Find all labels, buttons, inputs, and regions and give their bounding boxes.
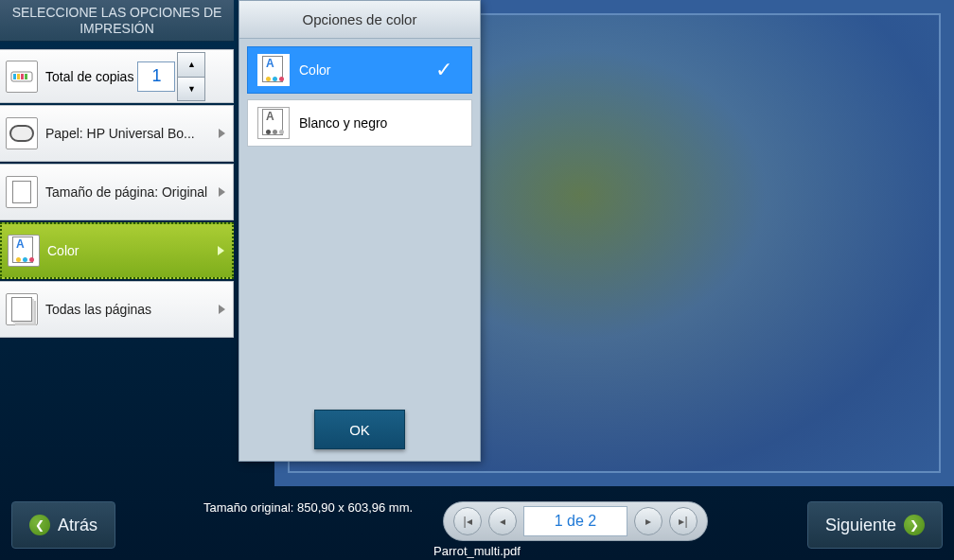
copies-input[interactable]: [137, 61, 175, 92]
sidebar-title: SELECCIONE LAS OPCIONES DE IMPRESIÓN: [0, 0, 234, 42]
page-navigator: |◂ ◂ 1 de 2 ▸ ▸|: [443, 501, 708, 541]
copies-stepper: ▲ ▼: [177, 52, 205, 101]
chevron-right-icon: [218, 246, 224, 255]
option-paper-label: Papel: HP Universal Bo...: [45, 126, 233, 142]
page-next-button[interactable]: ▸: [634, 507, 662, 535]
color-choice-bw-label: Blanco y negro: [299, 115, 387, 131]
svg-rect-4: [25, 74, 27, 79]
print-options-sidebar: SELECCIONE LAS OPCIONES DE IMPRESIÓN Tot…: [0, 0, 234, 560]
arrow-left-icon: ❮: [29, 515, 50, 535]
footer: ❮ Atrás Tamaño original: 850,90 x 603,96…: [0, 486, 954, 560]
page-last-button[interactable]: ▸|: [669, 507, 698, 535]
filename-label: Parrot_multi.pdf: [433, 544, 521, 558]
copies-icon: [6, 61, 38, 93]
page-indicator: 1 de 2: [523, 506, 627, 536]
page-first-button[interactable]: |◂: [453, 507, 482, 535]
color-options-panel: Opciones de color A Color ✓ A Blanco y n…: [238, 0, 481, 462]
color-panel-body: A Color ✓ A Blanco y negro: [239, 39, 480, 398]
svg-rect-1: [13, 74, 16, 79]
paper-roll-icon: [6, 117, 38, 149]
option-pages-label: Todas las páginas: [45, 302, 233, 318]
copies-step-down[interactable]: ▼: [177, 77, 205, 101]
option-page-size[interactable]: Tamaño de página: Original: [0, 164, 234, 220]
option-paper[interactable]: Papel: HP Universal Bo...: [0, 105, 234, 162]
svg-rect-3: [21, 74, 24, 79]
option-color-label: Color: [47, 243, 232, 259]
check-icon: ✓: [435, 58, 452, 82]
chevron-right-icon: [219, 187, 225, 197]
back-button-label: Atrás: [58, 516, 97, 535]
color-icon: A: [8, 235, 40, 267]
color-doc-icon: A: [257, 54, 290, 86]
copies-label: Total de copias: [45, 69, 133, 84]
next-button-label: Siguiente: [825, 516, 896, 535]
color-choice-color-label: Color: [299, 62, 330, 78]
option-color[interactable]: A Color: [0, 222, 234, 279]
back-button[interactable]: ❮ Atrás: [11, 501, 115, 549]
next-button[interactable]: Siguiente ❯: [807, 501, 943, 549]
option-pages[interactable]: Todas las páginas: [0, 281, 234, 338]
copies-step-up[interactable]: ▲: [177, 52, 205, 77]
ok-button[interactable]: OK: [314, 410, 405, 449]
original-size-text: Tamaño original: 850,90 x 603,96 mm.: [203, 500, 413, 515]
arrow-right-icon: ❯: [904, 515, 925, 535]
chevron-right-icon: [219, 129, 225, 138]
option-page-size-label: Tamaño de página: Original: [45, 184, 233, 201]
color-choice-color[interactable]: A Color ✓: [247, 46, 472, 94]
bw-doc-icon: A: [257, 107, 290, 139]
color-panel-title: Opciones de color: [239, 1, 480, 39]
page-size-icon: [6, 176, 38, 208]
chevron-right-icon: [219, 305, 225, 314]
pages-icon: [6, 293, 38, 325]
color-choice-bw[interactable]: A Blanco y negro: [247, 99, 472, 147]
svg-rect-2: [17, 74, 20, 79]
page-prev-button[interactable]: ◂: [488, 507, 517, 535]
copies-row: Total de copias ▲ ▼: [0, 49, 234, 103]
